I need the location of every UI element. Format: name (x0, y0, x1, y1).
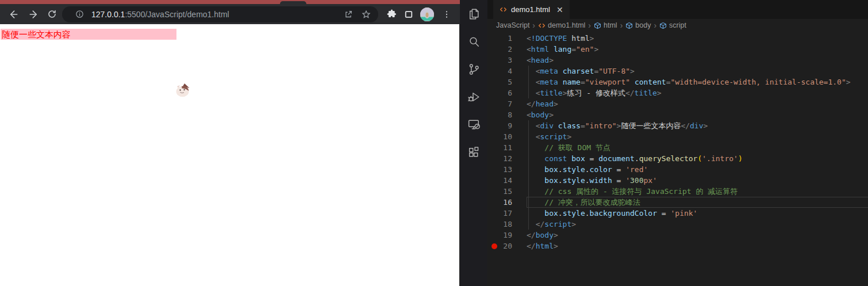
code-line-1[interactable]: 1<!DOCTYPE html> (487, 33, 868, 44)
code-line-content[interactable]: // css 属性的 - 连接符与 JavaScript 的 减运算符 (527, 186, 868, 197)
side-panel-icon[interactable] (402, 7, 416, 21)
line-number[interactable]: 14 (487, 175, 527, 186)
breadcrumb-separator: › (620, 21, 623, 30)
line-number[interactable]: 16 (487, 197, 527, 208)
code-line-content[interactable]: <body> (527, 109, 868, 120)
code-line-content[interactable]: <title>练习 - 修改样式</title> (527, 87, 868, 98)
code-line-content[interactable]: <!DOCTYPE html> (527, 33, 868, 44)
line-number[interactable]: 1 (487, 33, 527, 44)
breadcrumb-demo1-html[interactable]: demo1.html (538, 21, 585, 29)
code-line-9[interactable]: 9 <div class="intro">随便一些文本内容</div> (487, 120, 868, 131)
line-number[interactable]: 18 (487, 219, 527, 230)
code-line-7[interactable]: 7</head> (487, 98, 868, 109)
line-number[interactable]: 2 (487, 44, 527, 55)
code-line-content[interactable]: </body> (527, 230, 868, 241)
activity-bar (460, 0, 487, 286)
line-number[interactable]: 19 (487, 230, 527, 241)
code-line-content[interactable]: // 获取 DOM 节点 (527, 142, 868, 153)
intro-div: 随便一些文本内容 (1, 29, 176, 40)
code-line-10[interactable]: 10 <script> (487, 131, 868, 142)
source-control-icon[interactable] (460, 55, 487, 83)
code-line-2[interactable]: 2<html lang="en"> (487, 44, 868, 55)
code-line-content[interactable]: <meta charset="UTF-8"> (527, 66, 868, 77)
editor-group: demo1.html ✕ JavaScript›demo1.html›html›… (487, 0, 868, 286)
code-line-16[interactable]: 16 // 冲突，所以要改成驼峰法 (487, 197, 868, 208)
line-number[interactable]: 6 (487, 87, 527, 98)
line-number[interactable]: 15 (487, 186, 527, 197)
extensions-icon[interactable] (460, 138, 487, 166)
profile-avatar[interactable] (420, 7, 434, 21)
line-number[interactable]: 5 (487, 77, 527, 87)
code-line-content[interactable]: box.style.width = '300px' (527, 175, 868, 186)
tab-bar: demo1.html ✕ (487, 0, 868, 19)
explorer-icon[interactable] (460, 0, 487, 28)
line-number[interactable]: 12 (487, 153, 527, 164)
code-line-12[interactable]: 12 const box = document.querySelector('.… (487, 153, 868, 164)
code-line-content[interactable]: <head> (527, 55, 868, 66)
html-element-icon (659, 22, 667, 29)
breadcrumb-html[interactable]: html (594, 21, 617, 29)
line-number[interactable]: 8 (487, 109, 527, 120)
forward-icon[interactable] (27, 7, 41, 21)
code-line-8[interactable]: 8<body> (487, 109, 868, 120)
browser-toolbar: 127.0.0.1:5500/JavaScript/demo1.html (0, 4, 460, 24)
tab-close-icon[interactable]: ✕ (556, 5, 563, 14)
code-line-18[interactable]: 18 </script> (487, 219, 868, 230)
remote-explorer-icon[interactable] (460, 110, 487, 138)
reload-icon[interactable] (45, 7, 59, 21)
bookmark-star-icon[interactable] (360, 8, 372, 21)
code-line-content[interactable]: <div class="intro">随便一些文本内容</div> (527, 120, 868, 131)
line-number[interactable]: 10 (487, 131, 527, 142)
code-line-4[interactable]: 4 <meta charset="UTF-8"> (487, 66, 868, 77)
share-icon[interactable] (342, 8, 355, 21)
extensions-puzzle-icon[interactable] (385, 7, 398, 21)
code-line-20[interactable]: 20</html> (487, 241, 868, 251)
breadcrumb-body[interactable]: body (625, 21, 651, 29)
code-line-content[interactable]: // 冲突，所以要改成驼峰法 (527, 197, 868, 208)
line-number[interactable]: 7 (487, 98, 527, 109)
code-area[interactable]: 1<!DOCTYPE html>2<html lang="en">3<head>… (487, 32, 868, 251)
code-line-13[interactable]: 13 box.style.color = 'red' (487, 164, 868, 175)
code-line-3[interactable]: 3<head> (487, 55, 868, 66)
breadcrumb-separator: › (654, 21, 656, 30)
code-line-content[interactable]: <script> (527, 131, 868, 142)
tab-demo1-html[interactable]: demo1.html ✕ (493, 0, 570, 19)
html-element-icon (594, 22, 601, 29)
menu-dots-icon[interactable] (440, 7, 454, 21)
search-icon[interactable] (460, 28, 487, 55)
line-number[interactable]: 4 (487, 66, 527, 77)
tab-label: demo1.html (511, 5, 550, 14)
line-number[interactable]: 11 (487, 142, 527, 153)
html-element-icon (625, 22, 633, 29)
breakpoint-dot[interactable] (491, 243, 497, 249)
code-line-19[interactable]: 19</body> (487, 230, 868, 241)
address-bar[interactable]: 127.0.0.1:5500/JavaScript/demo1.html (62, 6, 378, 22)
back-icon[interactable] (6, 7, 20, 21)
code-line-6[interactable]: 6 <title>练习 - 修改样式</title> (487, 87, 868, 98)
code-line-content[interactable]: </script> (527, 219, 868, 230)
html-file-icon (538, 22, 546, 29)
code-line-11[interactable]: 11 // 获取 DOM 节点 (487, 142, 868, 153)
code-line-content[interactable]: box.style.backgroundColor = 'pink' (527, 208, 868, 219)
line-number[interactable]: 9 (487, 120, 527, 131)
line-number[interactable]: 3 (487, 55, 527, 66)
code-line-content[interactable]: </head> (527, 98, 868, 109)
site-info-icon[interactable] (73, 8, 86, 21)
line-number[interactable]: 13 (487, 164, 527, 175)
breadcrumbs: JavaScript›demo1.html›html›body›script (487, 19, 868, 32)
code-line-content[interactable]: const box = document.querySelector('.int… (527, 153, 868, 164)
code-line-17[interactable]: 17 box.style.backgroundColor = 'pink' (487, 208, 868, 219)
code-line-content[interactable]: box.style.color = 'red' (527, 164, 868, 175)
code-line-content[interactable]: </html> (527, 241, 868, 251)
run-debug-icon[interactable] (460, 83, 487, 110)
breadcrumb-JavaScript[interactable]: JavaScript (496, 21, 529, 29)
code-line-5[interactable]: 5 <meta name="viewport" content="width=d… (487, 77, 868, 87)
breadcrumb-script[interactable]: script (659, 21, 686, 29)
line-number[interactable]: 17 (487, 208, 527, 219)
url-host: 127.0.0.1 (91, 10, 125, 19)
code-line-14[interactable]: 14 box.style.width = '300px' (487, 175, 868, 186)
code-line-content[interactable]: <html lang="en"> (527, 44, 868, 55)
url-text: 127.0.0.1:5500/JavaScript/demo1.html (91, 10, 229, 19)
code-line-15[interactable]: 15 // css 属性的 - 连接符与 JavaScript 的 减运算符 (487, 186, 868, 197)
code-line-content[interactable]: <meta name="viewport" content="width=dev… (527, 77, 868, 87)
